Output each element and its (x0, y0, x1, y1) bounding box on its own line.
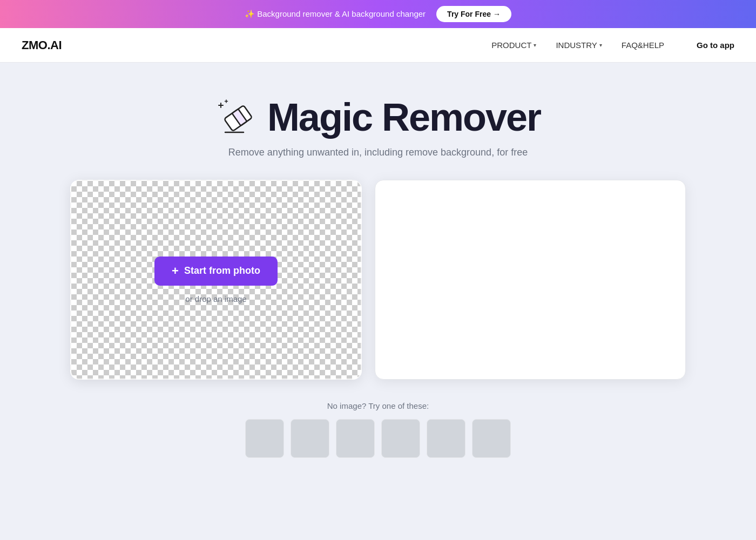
top-banner: ✨ Background remover & AI background cha… (0, 0, 756, 28)
chevron-down-icon: ▾ (534, 42, 536, 48)
sample-image-6[interactable] (472, 419, 511, 458)
start-from-photo-button[interactable]: + Start from photo (154, 256, 278, 286)
sample-image-5[interactable] (427, 419, 465, 458)
sample-image-2[interactable] (291, 419, 329, 458)
try-for-free-button[interactable]: Try For Free → (436, 6, 511, 22)
logo[interactable]: ZMO.AI (22, 38, 62, 52)
nav-industry[interactable]: INDUSTRY ▾ (556, 40, 602, 50)
nav-product[interactable]: PRODUCT ▾ (491, 40, 536, 50)
upload-zone[interactable]: + Start from photo or drop an image (70, 180, 362, 380)
samples-grid (22, 419, 734, 458)
nav-faq[interactable]: FAQ&HELP (622, 40, 664, 50)
nav-links: PRODUCT ▾ INDUSTRY ▾ FAQ&HELP (491, 40, 664, 50)
banner-text: ✨ Background remover & AI background cha… (245, 9, 426, 19)
preview-panel (375, 180, 686, 380)
chevron-down-icon: ▾ (599, 42, 602, 48)
main-content: Magic Remover Remove anything unwanted i… (0, 63, 756, 540)
drop-hint: or drop an image (185, 294, 246, 303)
go-to-app-link[interactable]: Go to app (697, 40, 734, 50)
hero-subtitle: Remove anything unwanted in, including r… (22, 147, 734, 158)
sample-image-1[interactable] (245, 419, 284, 458)
samples-section: No image? Try one of these: (22, 401, 734, 458)
plus-icon: + (172, 264, 179, 278)
sample-image-3[interactable] (336, 419, 375, 458)
navbar: ZMO.AI PRODUCT ▾ INDUSTRY ▾ FAQ&HELP Go … (0, 28, 756, 63)
eraser-icon (215, 96, 259, 139)
sample-image-4[interactable] (381, 419, 420, 458)
page-title: Magic Remover (267, 95, 541, 139)
hero-title-area: Magic Remover (22, 95, 734, 139)
hero-section: Magic Remover Remove anything unwanted i… (22, 95, 734, 158)
content-area: + Start from photo or drop an image (70, 180, 686, 380)
samples-label: No image? Try one of these: (22, 401, 734, 410)
